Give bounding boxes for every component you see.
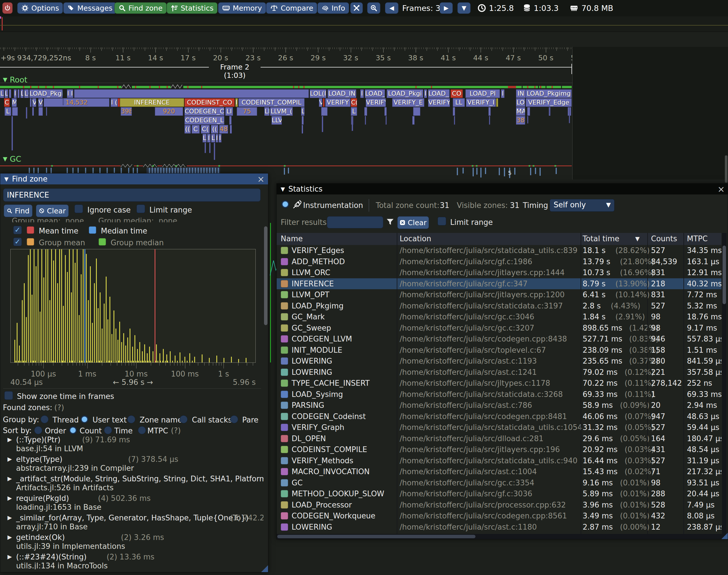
flame-zone[interactable]: VERIFY: [428, 98, 450, 107]
flame-zone[interactable]: LOAD_IN: [328, 89, 356, 98]
stats-vertical-scroll-track[interactable]: [722, 233, 727, 534]
flame-zone[interactable]: C: [192, 125, 200, 134]
flame-zone[interactable]: INFERENCE: [120, 98, 184, 107]
filter-clear-button[interactable]: Clear: [397, 216, 429, 229]
stats-limit-range-checkbox[interactable]: [437, 217, 446, 226]
flame-zone[interactable]: [18, 89, 20, 98]
prev-frame-button[interactable]: ◀: [385, 2, 398, 14]
flame-zone[interactable]: LOL(I: [310, 89, 326, 98]
frame-health-bar[interactable]: [0, 86, 572, 88]
flame-zone[interactable]: [323, 98, 325, 107]
flame-graph[interactable]: LINLlLLCLOAD_Pkgimgl ILOL(ILOAD_INlLOAD_…: [0, 89, 572, 153]
flame-zone[interactable]: VERIFY_I: [466, 98, 496, 107]
expander-icon[interactable]: ▶: [7, 495, 12, 502]
mean-time-checkbox[interactable]: ✓: [13, 226, 22, 234]
flame-zone[interactable]: [12, 107, 18, 116]
stats-horizontal-scroll-track[interactable]: [277, 534, 728, 539]
flame-zone[interactable]: L: [301, 107, 304, 116]
stats-table-row[interactable]: INFERENCE/home/kristofferc/julia/src/gf.…: [277, 278, 721, 289]
stats-table-row[interactable]: GC/home/kristofferc/julia/src/gc.c:33549…: [277, 477, 721, 488]
flame-zone[interactable]: V: [32, 98, 36, 107]
group-by-radio-user-text[interactable]: [80, 415, 89, 424]
found-zone-item[interactable]: ▶require(PkgId)(4) 502.36 msloading.jl:1…: [0, 494, 263, 513]
flame-zone[interactable]: VERIFY_Edge: [526, 98, 572, 107]
column-separator[interactable]: [684, 233, 684, 534]
statistics-button[interactable]: Statistics: [167, 2, 218, 14]
flame-zone[interactable]: C(: [351, 98, 357, 107]
flame-zone[interactable]: l: [207, 134, 210, 142]
stats-table-row[interactable]: DL_OPEN/home/kristofferc/julia/src/dlloa…: [277, 433, 721, 444]
funnel-icon[interactable]: [386, 217, 394, 227]
show-zone-time-checkbox[interactable]: [4, 391, 13, 400]
clear-button[interactable]: Clear: [36, 204, 69, 217]
stats-horizontal-scroll-thumb[interactable]: [277, 535, 475, 538]
flame-zone[interactable]: [74, 89, 309, 98]
next-frame-button[interactable]: ▶: [439, 2, 453, 14]
expander-icon[interactable]: ▶: [7, 455, 12, 463]
zoom-button[interactable]: [367, 2, 380, 14]
flame-zone[interactable]: LOAD_I: [428, 89, 450, 98]
flame-zone[interactable]: L: [5, 107, 11, 116]
flame-zone[interactable]: L: [21, 89, 24, 98]
flame-zone[interactable]: 14,532: [44, 98, 109, 107]
filter-input[interactable]: [327, 216, 383, 228]
tools-button[interactable]: [350, 2, 363, 14]
flame-zone[interactable]: L: [211, 134, 215, 142]
flame-zone[interactable]: 75: [237, 107, 257, 116]
flame-zone[interactable]: [453, 107, 455, 116]
stats-table-row[interactable]: LOWERING/home/kristofferc/julia/src/ast.…: [277, 367, 721, 378]
close-statistics-button[interactable]: ×: [716, 184, 726, 194]
flame-zone[interactable]: ((: [185, 125, 191, 134]
find-zone-query-input[interactable]: [3, 189, 261, 202]
flame-zone[interactable]: C(: [201, 125, 210, 134]
find-zone-scroll-track[interactable]: [264, 226, 267, 548]
stats-table-row[interactable]: CODEINST_COMPILE/home/kristofferc/julia/…: [277, 444, 721, 455]
power-button[interactable]: [2, 2, 13, 14]
flame-zone[interactable]: 48: [219, 125, 228, 134]
flame-zone[interactable]: l: [360, 89, 364, 98]
stats-table-row[interactable]: MACRO_INVOCATION/home/kristofferc/julia/…: [277, 466, 721, 477]
flame-zone[interactable]: l: [219, 134, 222, 142]
group-by-radio-call-stacks[interactable]: [179, 415, 188, 424]
column-separator[interactable]: [647, 233, 648, 534]
flame-zone[interactable]: [413, 107, 420, 116]
timeline-vertical-scrollbar[interactable]: [725, 156, 727, 183]
flame-zone[interactable]: l: [501, 89, 504, 98]
compare-button[interactable]: Compare: [266, 2, 317, 14]
found-zone-item[interactable]: ▶(::#23#24)(String)(2) 13.36 msutils.jl:…: [0, 552, 263, 569]
flame-zone[interactable]: I: [216, 134, 218, 142]
find-zone-resize-grip[interactable]: [261, 565, 268, 572]
flame-zone[interactable]: L: [5, 89, 8, 98]
stats-table-row[interactable]: LLVM_ORC/home/kristofferc/julia/src/jitl…: [277, 267, 721, 278]
expander-icon[interactable]: ▶: [7, 553, 12, 560]
flame-zone[interactable]: CO: [451, 89, 463, 98]
flame-zone[interactable]: LOAD_PI: [465, 89, 500, 98]
sort-by-radio-mtpc[interactable]: [138, 426, 146, 434]
group-by-radio-zone-name[interactable]: [127, 415, 135, 424]
stats-table-row[interactable]: LOAD_Sysimg/home/kristofferc/julia/src/s…: [277, 389, 721, 400]
flame-zone[interactable]: [229, 116, 232, 125]
stats-table-row[interactable]: GC_Mark/home/kristofferc/julia/src/gc.c:…: [277, 311, 721, 322]
expander-icon[interactable]: ▶: [7, 436, 12, 443]
frames-overview-strip[interactable]: [0, 16, 728, 32]
found-zone-item[interactable]: ▶getindex(Ok)(2) 3.26 msutils.jl:39 in I…: [0, 533, 263, 552]
stats-table-row[interactable]: ADD_METHOD/home/kristofferc/julia/src/gf…: [277, 256, 721, 267]
flame-zone[interactable]: L: [203, 134, 206, 142]
flame-zone[interactable]: CODEINST_CO: [185, 98, 235, 107]
expander-icon[interactable]: ▶: [7, 475, 12, 482]
flame-zone[interactable]: LI: [225, 107, 233, 116]
close-find-zone-button[interactable]: ×: [256, 174, 266, 184]
stats-table-row[interactable]: LOAD_Pkgimg/home/kristofferc/julia/src/s…: [277, 300, 721, 311]
found-zone-item[interactable]: ▶_similar_for(Array, Type, Generator, Ha…: [0, 513, 263, 533]
flame-zone[interactable]: LL: [453, 98, 465, 107]
stats-table-row[interactable]: INIT_MODULE/home/kristofferc/julia/src/t…: [277, 345, 721, 356]
found-zone-item[interactable]: ▶eltype(Type)(7) 378.54 μsabstractarray.…: [0, 455, 263, 474]
flame-zone[interactable]: V(: [319, 98, 322, 107]
flame-zone[interactable]: [30, 98, 32, 107]
flame-zone[interactable]: C: [4, 98, 10, 107]
flame-zone[interactable]: [412, 116, 415, 125]
stats-table-row[interactable]: CODEGEN_LLVM/home/kristofferc/julia/src/…: [277, 334, 721, 344]
flame-zone[interactable]: LLV: [271, 116, 282, 125]
expander-icon[interactable]: ▶: [7, 534, 12, 541]
find-button[interactable]: Find: [4, 204, 32, 217]
